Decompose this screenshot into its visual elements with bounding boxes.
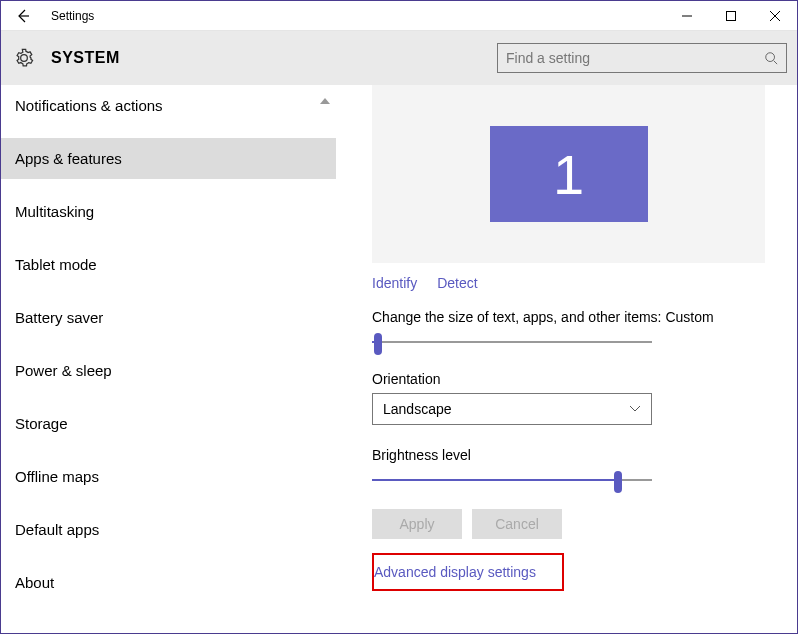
- detect-link[interactable]: Detect: [437, 275, 477, 291]
- back-button[interactable]: [1, 1, 45, 31]
- content: Notifications & actionsApps & featuresMu…: [1, 85, 797, 633]
- apply-button[interactable]: Apply: [372, 509, 462, 539]
- search-icon: [764, 51, 778, 65]
- sidebar-item-apps-features[interactable]: Apps & features: [1, 138, 336, 179]
- sidebar-item-battery-saver[interactable]: Battery saver: [1, 297, 336, 338]
- main-panel: 1 Identify Detect Change the size of tex…: [336, 85, 797, 633]
- header: SYSTEM: [1, 31, 797, 85]
- chevron-down-icon: [629, 405, 641, 413]
- sidebar-item-power-sleep[interactable]: Power & sleep: [1, 350, 336, 391]
- search-input[interactable]: [506, 50, 764, 66]
- close-button[interactable]: [753, 1, 797, 31]
- sidebar: Notifications & actionsApps & featuresMu…: [1, 85, 336, 633]
- maximize-icon: [726, 11, 736, 21]
- sidebar-item-tablet-mode[interactable]: Tablet mode: [1, 244, 336, 285]
- sidebar-item-about[interactable]: About: [1, 562, 336, 603]
- sidebar-item-default-apps[interactable]: Default apps: [1, 509, 336, 550]
- orientation-value: Landscape: [383, 401, 452, 417]
- sidebar-item-multitasking[interactable]: Multitasking: [1, 191, 336, 232]
- advanced-display-settings-link[interactable]: Advanced display settings: [374, 564, 536, 580]
- svg-rect-1: [727, 11, 736, 20]
- svg-point-4: [766, 53, 775, 62]
- sidebar-item-offline-maps[interactable]: Offline maps: [1, 456, 336, 497]
- orientation-label: Orientation: [372, 371, 765, 387]
- monitor-1[interactable]: 1: [490, 126, 648, 222]
- scale-label: Change the size of text, apps, and other…: [372, 309, 765, 325]
- brightness-label: Brightness level: [372, 447, 765, 463]
- orientation-dropdown[interactable]: Landscape: [372, 393, 652, 425]
- sidebar-item-storage[interactable]: Storage: [1, 403, 336, 444]
- window-title: Settings: [45, 9, 94, 23]
- maximize-button[interactable]: [709, 1, 753, 31]
- page-title: SYSTEM: [51, 49, 120, 67]
- brightness-slider[interactable]: [372, 469, 652, 491]
- scale-slider[interactable]: [372, 331, 652, 353]
- identify-link[interactable]: Identify: [372, 275, 417, 291]
- gear-icon: [13, 47, 35, 69]
- cancel-button[interactable]: Cancel: [472, 509, 562, 539]
- close-icon: [770, 11, 780, 21]
- back-arrow-icon: [15, 8, 31, 24]
- sidebar-item-notifications-actions[interactable]: Notifications & actions: [1, 85, 336, 126]
- svg-line-5: [774, 61, 778, 65]
- search-box[interactable]: [497, 43, 787, 73]
- titlebar: Settings: [1, 1, 797, 31]
- display-preview: 1: [372, 85, 765, 263]
- highlight-box: Advanced display settings: [372, 553, 564, 591]
- minimize-icon: [682, 11, 692, 21]
- window-controls: [665, 1, 797, 31]
- scroll-up-icon[interactable]: [320, 95, 330, 106]
- minimize-button[interactable]: [665, 1, 709, 31]
